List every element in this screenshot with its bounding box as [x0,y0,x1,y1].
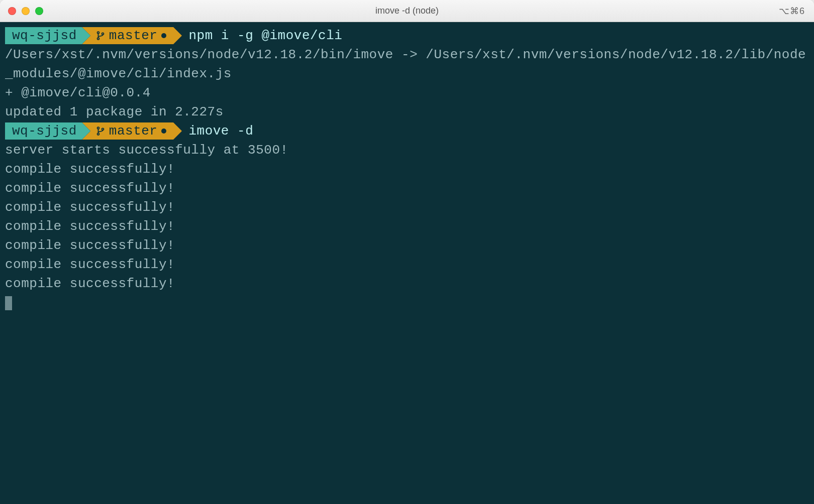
output-line: + @imove/cli@0.0.4 [5,83,809,102]
window-title: imove -d (node) [0,6,814,16]
close-icon[interactable] [8,7,16,15]
svg-point-1 [97,38,99,40]
dirty-indicator-icon [161,33,166,38]
fullscreen-icon[interactable] [35,7,43,15]
titlebar[interactable]: imove -d (node) ⌥⌘6 [0,0,814,22]
output-line: compile successfully! [5,217,809,236]
git-branch-icon [96,31,105,40]
minimize-icon[interactable] [22,7,30,15]
output-line: updated 1 package in 2.227s [5,102,809,121]
output-line: /Users/xst/.nvm/versions/node/v12.18.2/b… [5,45,809,83]
output-line: compile successfully! [5,198,809,217]
prompt-directory: wq-sjjsd [5,27,82,44]
svg-point-3 [97,127,99,129]
command-text: npm i -g @imove/cli [188,28,342,43]
prompt-branch-label: master [109,26,158,45]
prompt-directory-label: wq-sjjsd [12,26,77,45]
output-line: compile successfully! [5,236,809,255]
terminal-viewport[interactable]: wq-sjjsd masternpm i -g @imove/cli/Users… [0,22,814,504]
prompt-branch: master [82,27,174,44]
prompt-row: wq-sjjsd masternpm i -g @imove/cli [5,26,809,45]
command-text: imove -d [188,123,253,139]
svg-point-5 [101,129,104,131]
prompt-directory: wq-sjjsd [5,122,82,140]
output-line: compile successfully! [5,274,809,293]
output-line: server starts successfully at 3500! [5,141,809,160]
tab-shortcut-hint: ⌥⌘6 [779,6,814,17]
output-line: compile successfully! [5,255,809,274]
output-line: compile successfully! [5,179,809,198]
svg-point-0 [97,32,99,34]
svg-point-2 [101,33,104,35]
prompt-branch-label: master [109,121,158,141]
prompt-branch: master [82,122,174,140]
svg-point-4 [97,133,99,135]
cursor [5,296,12,310]
prompt-row: wq-sjjsd masterimove -d [5,121,809,141]
git-branch-icon [96,127,105,136]
terminal-window: imove -d (node) ⌥⌘6 wq-sjjsd masternpm i… [0,0,814,504]
dirty-indicator-icon [161,129,166,134]
output-line: compile successfully! [5,160,809,179]
prompt-directory-label: wq-sjjsd [12,121,77,141]
traffic-lights [0,7,43,15]
